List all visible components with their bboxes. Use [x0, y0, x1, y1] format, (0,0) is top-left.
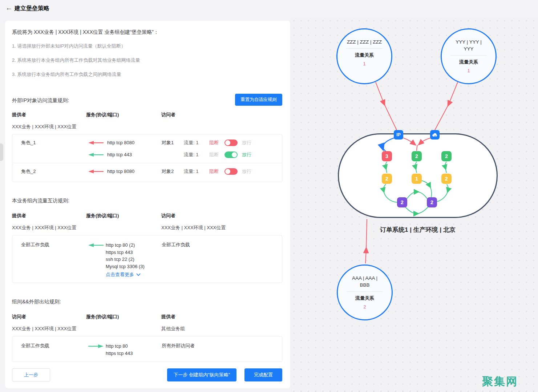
block-label: 阻断: [209, 168, 224, 175]
block-allow-toggle[interactable]: [224, 151, 238, 158]
workload-node[interactable]: 3: [382, 151, 392, 161]
cloud-sync-icon[interactable]: [430, 130, 440, 140]
view-more-link[interactable]: 点击查看更多: [106, 271, 162, 278]
group-node-aaa[interactable]: AAA | AAA | BBB 流量关系 2: [337, 264, 393, 320]
service-cell: http tcp 80: [106, 343, 162, 350]
workload-node[interactable]: 2: [382, 174, 392, 184]
toggle-knob: [225, 140, 230, 145]
watermark: 聚集网: [482, 374, 518, 389]
traffic-count: 流量: 1: [184, 168, 209, 175]
finish-config-button[interactable]: 完成配置: [244, 368, 282, 381]
provider-cell: 角色_1: [21, 140, 88, 146]
provider-cell: 角色_2: [21, 168, 88, 175]
table-row: 角色_2 http tcp 8080 对象2 流量: 1 阻断 放行: [12, 163, 282, 179]
allow-label: 放行: [242, 140, 251, 146]
header-accessor: 访问者: [12, 314, 86, 320]
workload-node[interactable]: 2: [441, 151, 452, 161]
center-group-label: 订单系统1 | 生产环境 | 北京: [338, 226, 498, 234]
intro-step: 2. 系统将放行本业务组内所有工作负载对其他业务组网络流量: [12, 57, 282, 63]
scroll-handle[interactable]: [0, 144, 3, 161]
arrow-left-red-icon: [88, 141, 104, 145]
divider: [346, 48, 383, 49]
intro-step: 3. 系统放行本业务组内所有工作负载之间的网络流量: [12, 72, 282, 77]
accessor-cell: 全部工作负载: [21, 343, 88, 349]
allow-label: 放行: [242, 151, 251, 158]
provider-cell: 全部工作负载: [21, 242, 88, 248]
service-cell: http tcp 8080: [107, 140, 134, 145]
workload-node[interactable]: 2: [441, 174, 452, 184]
accessor-cell: 全部工作负载: [162, 242, 282, 248]
group-row: XXX业务 | XXX环境 | XXX位置 XXX业务 | XXX环境 | XX…: [12, 225, 282, 231]
block-allow-toggle[interactable]: [224, 168, 238, 175]
next-step-button[interactable]: 下一步 创建组内"纵向策略": [167, 368, 236, 381]
header-accessor: 访问者: [161, 213, 282, 219]
group-name: AAA | AAA | BBB: [347, 275, 383, 288]
section-title-outbound-rules: 组间&&外部出站规则:: [12, 299, 61, 305]
header-service: 服务(协议/端口): [86, 112, 161, 118]
divider: [450, 55, 487, 56]
traffic-count: 流量: 1: [184, 140, 209, 146]
intro-lead: 系统将为 XXX业务 | XXX环境 | XXX位置 业务组创建“堡垒策略”：: [12, 29, 282, 35]
traffic-count: 流量: 1: [184, 151, 209, 158]
block-label: 阻断: [209, 140, 224, 146]
workload-node[interactable]: 2: [427, 197, 437, 207]
reset-adaptive-rules-button[interactable]: 重置为自适应规则: [235, 94, 282, 106]
service-cell: Mysql tcp 3306 (3): [106, 263, 162, 270]
group-name: ZZZ | ZZZ | ZZZ: [347, 39, 382, 45]
header-provider: 提供者: [12, 213, 86, 219]
table-row: 角色_1 http tcp 8080 对象1 流量: 1 阻断 放行: [12, 134, 282, 163]
table-header-row: 访问者 服务(协议/端口) 提供者: [12, 314, 282, 320]
header-service: 服务(协议/端口): [86, 314, 161, 320]
service-cell: ssh tcp 22 (2): [106, 256, 162, 263]
group-name: YYY | YYY | YYY: [451, 39, 486, 52]
header-provider: 提供者: [12, 112, 86, 118]
block-allow-toggle[interactable]: [224, 140, 238, 146]
previous-step-button[interactable]: 上一步: [12, 368, 50, 381]
relation-count: 1: [337, 61, 391, 66]
table-row: 全部工作负载 http tcp 80 https tcp 443 所有外部访问者: [12, 336, 282, 361]
intro-block: 系统将为 XXX业务 | XXX环境 | XXX位置 业务组创建“堡垒策略”： …: [12, 29, 282, 86]
relation-label: 流量关系: [337, 52, 391, 58]
service-cell: https tcp 443: [106, 350, 162, 357]
relation-label: 流量关系: [338, 295, 392, 302]
back-arrow-icon[interactable]: ←: [5, 4, 12, 12]
header-provider: 提供者: [161, 314, 282, 320]
page-title: 建立堡垒策略: [15, 5, 49, 12]
topology-canvas[interactable]: ZZZ | ZZZ | ZZZ 流量关系 1 YYY | YYY | YYY 流…: [290, 17, 538, 392]
service-list: http tcp 80 https tcp 443: [106, 343, 162, 357]
intra-rules-table: 全部工作负载 http tcp 80 (2) https tcp 443 ssh…: [12, 235, 282, 283]
relation-label: 流量关系: [442, 59, 495, 65]
workload-node[interactable]: 1: [412, 174, 422, 184]
accessor-group-label: XXX业务 | XXX环境 | XXX位置: [161, 225, 282, 231]
outbound-rules-table: 全部工作负载 http tcp 80 https tcp 443 所有外部访问者: [12, 336, 282, 362]
workload-node[interactable]: 2: [412, 151, 422, 161]
service-cell: http tcp 80 (2): [106, 242, 162, 249]
arrow-right-green-icon: [88, 344, 104, 349]
accessor-cell: 对象1: [162, 140, 184, 146]
table-header-row: 提供者 服务(协议/端口) 访问者: [12, 112, 282, 118]
relation-count: 1: [442, 68, 495, 73]
group-row: XXX业务 | XXX环境 | XXX位置: [12, 124, 282, 130]
view-more-label: 点击查看更多: [106, 271, 134, 278]
accessor-group-label: XXX业务 | XXX环境 | XXX位置: [12, 326, 161, 332]
arrow-left-red-icon: [88, 169, 104, 174]
accessor-cell: 对象2: [162, 168, 184, 175]
chevron-down-icon: [136, 273, 141, 276]
intro-step: 1. 请选择放行外部未知IP对内访问流量（默认全阻断）: [12, 43, 282, 49]
service-cell: https tcp 443: [106, 249, 162, 256]
group-node-yyy[interactable]: YYY | YYY | YYY 流量关系 1: [441, 28, 497, 84]
block-label: 阻断: [209, 151, 224, 158]
service-list: http tcp 80 (2) https tcp 443 ssh tcp 22…: [106, 242, 162, 270]
relation-count: 2: [338, 304, 392, 310]
policy-wizard-panel: 系统将为 XXX业务 | XXX环境 | XXX位置 业务组创建“堡垒策略”： …: [5, 21, 290, 388]
service-cell: http tcp 8080: [107, 169, 134, 174]
workload-node[interactable]: 2: [397, 197, 407, 207]
provider-group-label: XXX业务 | XXX环境 | XXX位置: [12, 124, 161, 130]
ip-badge[interactable]: IP: [394, 130, 403, 140]
divider: [347, 291, 383, 292]
provider-cell: 所有外部访问者: [162, 343, 282, 349]
group-node-zzz[interactable]: ZZZ | ZZZ | ZZZ 流量关系 1: [336, 28, 392, 84]
top-bar: ← 建立堡垒策略: [0, 0, 538, 17]
group-row: XXX业务 | XXX环境 | XXX位置 其他业务组: [12, 326, 282, 332]
provider-group-label: 其他业务组: [161, 326, 282, 332]
